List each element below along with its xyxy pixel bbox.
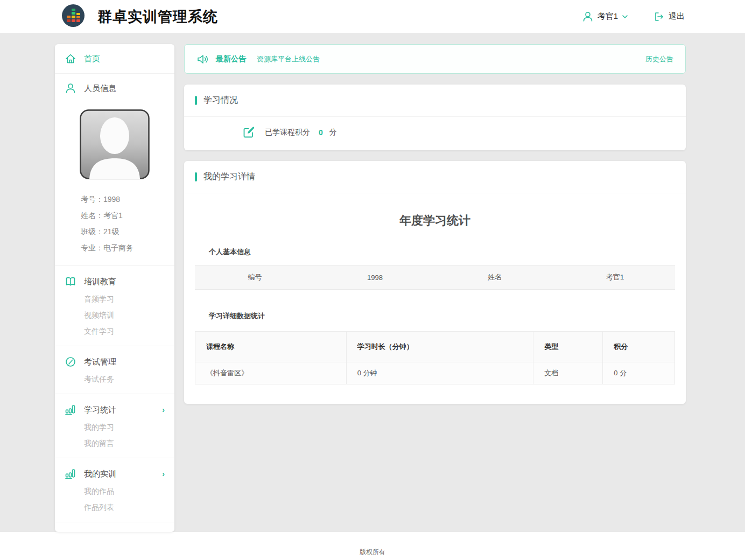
sidebar-subitem-exam-task[interactable]: 考试任务 <box>65 371 165 387</box>
book-icon <box>65 276 76 288</box>
score-label: 已学课程积分 <box>265 128 310 137</box>
top-bar: 群卓实训管理系统 考官1 退出 <box>0 0 745 33</box>
main-content: 最新公告 资源库平台上线公告 历史公告 学习情况 已学课程积分 0 分 我的学习… <box>184 44 686 404</box>
sidebar-item-home[interactable]: 首页 <box>55 44 174 74</box>
sidebar-item-training[interactable]: 培训教育 <box>65 272 165 291</box>
study-status-card: 学习情况 已学课程积分 0 分 <box>184 85 686 150</box>
sidebar-subitem-file-study[interactable]: 文件学习 <box>65 323 165 339</box>
basic-id-value: 1998 <box>315 274 435 282</box>
cell-score: 0 分 <box>603 362 675 384</box>
table-row: 《抖音雷区》 0 分钟 文档 0 分 <box>195 362 675 384</box>
page-footer: 版权所有 ©Copyright 2009 - 2020. 56sucai.com… <box>0 532 745 560</box>
chevron-down-icon <box>622 13 628 20</box>
sidebar-group-my-practice: 我的实训 › 我的作品 作品列表 <box>55 458 174 522</box>
clock-icon <box>65 356 76 368</box>
col-course-name: 课程名称 <box>195 332 347 362</box>
app-title: 群卓实训管理系统 <box>97 7 218 26</box>
study-detail-card: 我的学习详情 年度学习统计 个人基本信息 编号 1998 姓名 考官1 学习详细… <box>184 161 686 404</box>
sidebar-item-label: 人员信息 <box>84 83 116 94</box>
report-title: 年度学习统计 <box>195 213 675 229</box>
latest-announcement-label: 最新公告 <box>216 54 246 64</box>
copyright-cn: 版权所有 <box>0 548 745 557</box>
sidebar-group-study-stats: 学习统计 › 我的学习 我的留言 <box>55 394 174 458</box>
sidebar-item-my-practice[interactable]: 我的实训 › <box>65 465 165 483</box>
bar-chart-icon <box>65 468 76 480</box>
cell-type: 文档 <box>533 362 603 384</box>
app-logo-icon <box>61 3 86 30</box>
user-name: 考官1 <box>598 11 618 22</box>
profile-fields: 考号：1998 姓名：考官1 班级：21级 专业：电子商务 <box>55 188 174 258</box>
sidebar-item-label: 我的实训 <box>84 465 116 483</box>
basic-info-label: 个人基本信息 <box>209 247 675 257</box>
title-accent-bar <box>195 96 197 105</box>
sidebar-group-training: 培训教育 音频学习 视频培训 文件学习 <box>55 266 174 346</box>
score-unit: 分 <box>329 128 337 137</box>
title-accent-bar <box>195 172 197 181</box>
person-icon <box>65 82 76 94</box>
table-header-row: 课程名称 学习时长（分钟） 类型 积分 <box>195 332 675 362</box>
sidebar-item-exam-mgmt[interactable]: 考试管理 <box>65 353 165 371</box>
history-announcement-link[interactable]: 历史公告 <box>645 54 673 64</box>
chevron-right-icon: › <box>162 465 165 483</box>
sidebar-subitem-my-works[interactable]: 我的作品 <box>65 483 165 499</box>
profile-block: 考号：1998 姓名：考官1 班级：21级 专业：电子商务 <box>55 103 174 266</box>
col-score: 积分 <box>603 332 675 362</box>
user-menu[interactable]: 考官1 <box>582 11 628 23</box>
logout-label: 退出 <box>669 11 685 22</box>
announcement-link[interactable]: 资源库平台上线公告 <box>257 54 320 64</box>
sidebar-item-label: 首页 <box>84 54 100 64</box>
col-duration: 学习时长（分钟） <box>346 332 533 362</box>
sidebar-subitem-my-messages[interactable]: 我的留言 <box>65 435 165 451</box>
page-body: 首页 人员信息 考号：1998 <box>0 33 745 532</box>
logout-icon <box>653 11 665 23</box>
sidebar-group-exam: 考试管理 考试任务 <box>55 346 174 394</box>
avatar <box>80 109 150 181</box>
logout-button[interactable]: 退出 <box>653 11 685 23</box>
study-stats-table: 课程名称 学习时长（分钟） 类型 积分 《抖音雷区》 0 分钟 文档 0 分 <box>195 331 675 384</box>
profile-class: 班级：21级 <box>81 223 174 240</box>
basic-id-label: 编号 <box>195 272 315 282</box>
sidebar-subitem-my-study[interactable]: 我的学习 <box>65 419 165 435</box>
sidebar-subitem-audio-study[interactable]: 音频学习 <box>65 291 165 307</box>
col-type: 类型 <box>533 332 603 362</box>
profile-major: 专业：电子商务 <box>81 240 174 256</box>
sidebar-subitem-works-list[interactable]: 作品列表 <box>65 499 165 515</box>
announcement-bar: 最新公告 资源库平台上线公告 历史公告 <box>184 44 686 74</box>
sidebar-footer-spacer <box>55 522 174 532</box>
basic-name-label: 姓名 <box>435 272 555 282</box>
bar-chart-icon <box>65 404 76 416</box>
sidebar-item-study-stats[interactable]: 学习统计 › <box>65 401 165 419</box>
sidebar-item-label: 考试管理 <box>84 353 116 371</box>
user-icon <box>582 11 594 23</box>
sidebar-item-label: 学习统计 <box>84 401 116 419</box>
basic-name-value: 考官1 <box>555 272 675 282</box>
sidebar: 首页 人员信息 考号：1998 <box>55 44 174 532</box>
profile-exam-no: 考号：1998 <box>81 191 174 207</box>
home-icon <box>65 53 76 65</box>
stats-label: 学习详细数据统计 <box>209 311 675 321</box>
chevron-right-icon: › <box>162 401 165 419</box>
brand: 群卓实训管理系统 <box>61 3 218 30</box>
cell-course-name: 《抖音雷区》 <box>195 362 347 384</box>
sidebar-item-label: 培训教育 <box>84 272 116 291</box>
profile-name: 姓名：考官1 <box>81 207 174 223</box>
study-detail-title: 我的学习详情 <box>203 171 255 183</box>
cell-duration: 0 分钟 <box>346 362 533 384</box>
basic-info-row: 编号 1998 姓名 考官1 <box>195 265 675 290</box>
study-status-title: 学习情况 <box>203 95 238 106</box>
sidebar-item-personnel[interactable]: 人员信息 <box>55 74 174 103</box>
speaker-icon <box>196 53 209 66</box>
edit-icon <box>242 126 255 139</box>
score-row: 已学课程积分 0 分 <box>184 117 686 150</box>
score-value: 0 <box>319 128 323 137</box>
sidebar-subitem-video-training[interactable]: 视频培训 <box>65 307 165 323</box>
